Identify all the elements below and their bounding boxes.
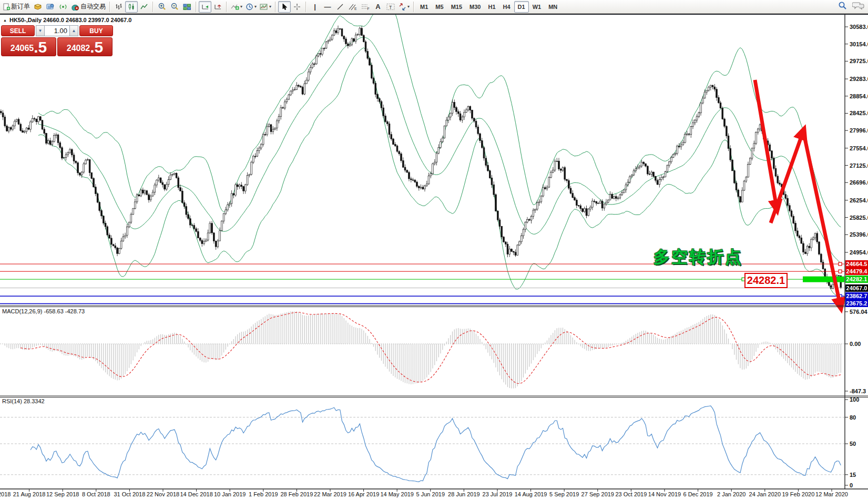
buy-price-panel[interactable]: 24082 .5 [57,37,113,56]
macd-tick-label: 576.04 [850,309,867,315]
date-tick-label: 21 Aug 2018 [13,491,46,497]
date-tick-label: 27 Sep 2019 [581,491,614,497]
date-tick-label: 5 Sep 2019 [549,491,579,497]
chart-title: ▲ HK50-,Daily 24660.0 24683.0 23997.0 24… [3,17,131,23]
date-tick-label: 24 Jan 2020 [749,491,781,497]
price-tick-label: 27125.0 [850,162,868,169]
sell-price-pips: .5 [34,39,47,55]
date-tick-label: 22 Nov 2018 [147,491,179,497]
volume-input[interactable]: 1.00 [45,25,69,36]
chevron-up-icon: ▲ [72,28,76,33]
rsi-tick-label: 50 [850,441,856,447]
price-tick-label: 26696.0 [850,179,868,186]
date-tick-label: 1 Feb 2019 [249,491,278,497]
annotation-text[interactable]: 多空转折点 [653,246,743,268]
price-tick-label: 28425.0 [850,110,868,116]
date-tick-label: 14 Aug 2019 [515,491,547,497]
date-tick-label: 10 Jan 2019 [214,491,246,497]
date-tick-label: 6 Dec 2019 [683,491,712,497]
price-tag-label[interactable]: 24282.1 [744,273,788,288]
price-level-badge: 24664.5 [845,260,868,268]
chart-title-text: HK50-,Daily 24660.0 24683.0 23997.0 2406… [9,17,131,23]
chart-marker-icon: ▲ [3,18,7,22]
date-tick-label: 14 Nov 2019 [648,491,681,497]
price-tick-label: 25825.0 [850,215,868,221]
date-tick-label: 31 Oct 2018 [114,491,145,497]
price-tick-label: 28854.0 [850,93,868,99]
one-click-trading-panel: SELL ▼ 1.00 ▲ BUY 24065 .5 24082 .5 [1,25,113,56]
volume-stepper: ▼ 1.00 ▲ [36,25,78,36]
date-tick-label: 23 Jul 2019 [483,491,513,497]
macd-label: MACD(12,26,9) -658.63 -428.73 [2,308,85,314]
price-tick-label: 24954.0 [850,249,868,256]
date-tick-label: 22 Mar 2019 [314,491,346,497]
rsi-tick-label: 0 [850,482,853,488]
price-tick-label: 27554.0 [850,145,868,151]
date-tick-label: 14 May 2019 [380,491,414,497]
price-level-badge: 24282.1 [845,275,868,283]
rsi-label: RSI(14) 28.3342 [2,398,45,404]
price-tick-label: 29283.0 [850,76,868,82]
mt4-window: { "toolbar": { "new_order_label": "新订单",… [0,0,868,500]
date-tick-label: 30 Jul 2018 [0,491,11,497]
price-tick-label: 30583.0 [850,24,868,30]
rsi-tick-label: 100 [850,396,859,403]
date-tick-label: 2 Jan 2020 [717,491,746,497]
sell-price-panel[interactable]: 24065 .5 [1,37,56,56]
buy-price-main: 24082 [67,42,90,55]
price-level-badge: 23675.2 [845,300,868,307]
date-tick-label: 16 Apr 2019 [348,491,379,497]
date-tick-label: 12 Sep 2018 [46,491,79,497]
price-tick-label: 27996.0 [850,127,868,134]
date-tick-label: 8 Oct 2018 [82,491,110,497]
buy-price-pips: .5 [90,39,103,55]
chevron-down-icon: ▼ [38,28,43,33]
date-tick-label: 5 Jun 2019 [416,491,445,497]
sell-button[interactable]: SELL [1,25,35,36]
price-level-badge: 23862.7 [845,292,868,300]
sell-price-main: 24065 [11,42,34,55]
volume-decrease-button[interactable]: ▼ [36,25,45,36]
buy-button[interactable]: BUY [79,25,113,36]
price-tick-label: 26254.0 [850,197,868,203]
price-tick-label: 30154.0 [850,41,868,47]
volume-increase-button[interactable]: ▲ [69,25,78,36]
price-level-badge: 24479.4 [845,268,868,275]
macd-tick-label: 0.00 [850,341,861,347]
date-tick-label: 14 Dec 2018 [180,491,212,497]
date-tick-label: 23 Oct 2019 [615,491,647,497]
date-tick-label: 12 Mar 2020 [815,491,848,497]
date-tick-label: 28 Jun 2019 [448,491,480,497]
date-tick-label: 28 Feb 2019 [281,491,313,497]
price-tick-label: 29725.0 [850,58,868,64]
rsi-tick-label: 80 [850,414,856,421]
rsi-tick-label: 15 [850,472,856,478]
date-tick-label: 19 Feb 2020 [782,491,815,497]
price-level-badge: 24067.0 [845,284,868,292]
macd-tick-label: -847.3 [850,388,866,394]
price-tick-label: 25396.0 [850,231,868,238]
